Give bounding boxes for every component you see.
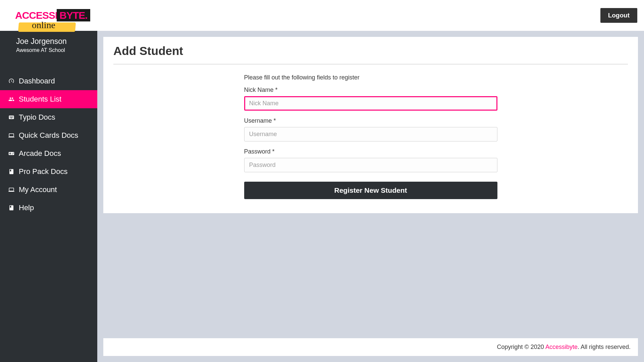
sidebar-item-students-list[interactable]: Students List [0,90,97,108]
nickname-input[interactable] [244,96,497,111]
add-student-form: Please fill out the following fields to … [244,74,497,199]
footer-copyright-pre: Copyright © 2020 [497,344,545,350]
logo-main-text: ACCESSIBYTE. [15,10,90,21]
sidebar-item-label: Quick Cards Docs [19,131,78,140]
password-group: Password * [244,148,497,172]
sidebar-item-label: My Account [19,185,57,194]
sidebar-item-quick-cards-docs[interactable]: Quick Cards Docs [0,126,97,144]
user-school: Awesome AT School [16,47,91,53]
username-input[interactable] [244,127,497,141]
sidebar-item-label: Help [19,203,34,212]
form-instruction: Please fill out the following fields to … [244,74,497,81]
book-icon [7,168,15,175]
sidebar-item-typio-docs[interactable]: Typio Docs [0,108,97,126]
laptop-icon [7,132,15,139]
laptop-icon [7,186,15,193]
footer-copyright-post: . All rights reserved. [578,344,631,350]
gamepad-icon [7,150,15,157]
sidebar-item-pro-pack-docs[interactable]: Pro Pack Docs [0,163,97,181]
footer-brand-link[interactable]: Accessibyte [545,344,578,350]
page-title: Add Student [113,44,628,58]
username-group: Username * [244,117,497,141]
sidebar-item-label: Pro Pack Docs [19,167,68,176]
title-divider [113,64,628,65]
dashboard-icon [7,78,15,84]
sidebar-item-label: Students List [19,95,61,104]
password-input[interactable] [244,158,497,172]
sidebar-item-label: Arcade Docs [19,149,61,158]
logout-button[interactable]: Logout [600,8,637,23]
sidebar-item-label: Typio Docs [19,113,55,122]
users-icon [7,96,15,103]
user-info: Joe Jorgenson Awesome AT School [0,31,97,62]
nav-list: Dashboard Students List Typio Docs Quick… [0,72,97,217]
sidebar: Joe Jorgenson Awesome AT School Dashboar… [0,31,97,362]
password-label: Password * [244,148,497,155]
footer: Copyright © 2020 Accessibyte. All rights… [103,338,638,356]
keyboard-icon [7,114,15,121]
nickname-group: Nick Name * [244,86,497,111]
logo-online-text: online [32,20,55,31]
content-card: Add Student Please fill out the followin… [103,37,638,213]
username-label: Username * [244,117,497,124]
nickname-label: Nick Name * [244,86,497,94]
header: ACCESSIBYTE. online Logout [0,0,644,31]
sidebar-item-help[interactable]: Help [0,199,97,217]
sidebar-item-arcade-docs[interactable]: Arcade Docs [0,144,97,163]
sidebar-item-label: Dashboard [19,77,55,85]
logo[interactable]: ACCESSIBYTE. online [15,10,90,21]
sidebar-item-my-account[interactable]: My Account [0,181,97,199]
register-new-student-button[interactable]: Register New Student [244,182,497,199]
book-icon [7,204,15,211]
content-area: Add Student Please fill out the followin… [97,31,644,362]
sidebar-item-dashboard[interactable]: Dashboard [0,72,97,90]
user-name: Joe Jorgenson [16,37,91,46]
